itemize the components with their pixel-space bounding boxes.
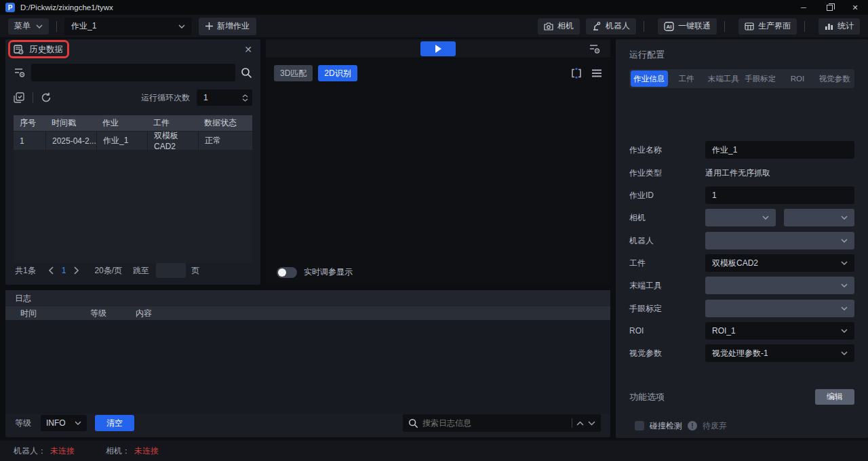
deprecated-note: 待废弃 [703, 420, 727, 432]
job-id-input[interactable] [705, 186, 854, 204]
roi-select[interactable]: ROI_1 [705, 322, 854, 340]
menu-dropdown-button[interactable]: 菜单 [8, 18, 49, 35]
cell-workpiece: 双模板CAD2 [147, 132, 198, 150]
edit-button[interactable]: 编辑 [815, 389, 854, 405]
chevron-down-icon [36, 24, 43, 28]
next-page-icon[interactable] [74, 266, 79, 275]
add-job-label: 新增作业 [217, 20, 250, 32]
one-key-connect-button[interactable]: AI 一键联通 [658, 18, 717, 35]
warning-icon[interactable]: ! [688, 421, 697, 430]
job-select[interactable]: 作业_1 [64, 18, 192, 35]
divider [56, 21, 57, 32]
robot-status-label: 机器人： [14, 445, 46, 457]
robot-select[interactable] [705, 232, 854, 249]
workpiece-label: 工件 [629, 258, 705, 269]
production-ui-button[interactable]: 生产界面 [738, 18, 797, 35]
history-table-header: 序号 时间戳 作业 工件 数据状态 [14, 115, 252, 131]
history-search-input[interactable] [31, 64, 235, 81]
close-icon[interactable]: ✕ [244, 44, 252, 55]
step-down-icon[interactable] [242, 98, 248, 102]
camera-status-value: 未连接 [134, 445, 159, 457]
log-col-time: 时间 [5, 308, 90, 319]
job-select-value: 作业_1 [71, 20, 96, 32]
search-icon[interactable] [241, 67, 252, 79]
col-header-timestamp: 时间戳 [45, 115, 96, 131]
step-up-icon[interactable] [242, 94, 248, 98]
tab-hand-eye-calibration[interactable]: 手眼标定 [742, 71, 779, 87]
function-options-title: 功能选项 [629, 391, 665, 403]
workpiece-select[interactable]: 双模板CAD2 [705, 254, 854, 272]
current-page[interactable]: 1 [62, 266, 66, 275]
collision-check-1-checkbox[interactable] [635, 421, 644, 430]
run-button[interactable] [420, 41, 456, 56]
history-data-icon [14, 45, 24, 54]
total-count: 共1条 [15, 265, 36, 277]
log-level-select[interactable]: INFO [41, 415, 87, 431]
viewport-panel: 3D匹配 2D识别 实时调参显示 [266, 39, 610, 285]
filter-settings-icon[interactable] [589, 43, 601, 54]
split-view-icon[interactable] [571, 68, 582, 79]
hand-eye-select[interactable] [705, 300, 854, 317]
refresh-icon[interactable] [41, 92, 52, 103]
tab-workpiece[interactable]: 工件 [668, 71, 705, 87]
app-logo-icon: P [5, 3, 15, 12]
statistics-button[interactable]: 统计 [818, 18, 860, 35]
status-bar: 机器人： 未连接 相机： 未连接 [0, 441, 868, 461]
chevron-down-icon [841, 283, 848, 287]
menu-label: 菜单 [14, 20, 31, 32]
minimize-button[interactable]: ─ [791, 0, 816, 15]
chevron-down-icon [762, 216, 769, 220]
vision-params-select[interactable]: 视觉处理参数-1 [705, 344, 854, 362]
jump-label: 跳至 [133, 265, 149, 277]
log-search-box[interactable] [403, 414, 601, 432]
tab-roi[interactable]: ROI [779, 71, 816, 87]
chevron-down-icon [841, 216, 848, 220]
one-key-connect-label: 一键联通 [678, 20, 711, 32]
prev-page-icon[interactable] [48, 266, 54, 275]
robot-icon [592, 22, 601, 31]
cell-timestamp: 2025-04-2... [45, 132, 96, 150]
robot-label: 机器人 [629, 235, 705, 247]
loop-count-input[interactable] [197, 93, 231, 102]
log-search-input[interactable] [422, 418, 568, 428]
search-next-icon[interactable] [588, 421, 595, 426]
camera-select-2[interactable] [784, 209, 854, 226]
close-button[interactable]: ✕ [842, 0, 868, 15]
log-panel-title: 日志 [5, 290, 610, 306]
loop-count-stepper[interactable] [197, 89, 252, 106]
add-job-button[interactable]: 新增作业 [199, 18, 256, 35]
job-name-input[interactable] [705, 141, 854, 159]
play-icon [435, 45, 441, 53]
svg-text:AI: AI [667, 24, 672, 30]
job-type-value: 通用工件无序抓取 [705, 167, 770, 179]
mode-2d-recognition-button[interactable]: 2D识别 [318, 65, 357, 81]
clear-log-button[interactable]: 清空 [95, 415, 134, 431]
filter-settings-icon[interactable] [14, 67, 26, 78]
chevron-down-icon [841, 351, 848, 355]
tab-end-tool[interactable]: 末端工具 [705, 71, 742, 87]
menu-lines-icon[interactable] [591, 69, 602, 77]
end-tool-select[interactable] [705, 277, 854, 294]
per-page-label: 20条/页 [94, 265, 122, 277]
search-prev-icon[interactable] [576, 421, 584, 426]
tab-vision-params[interactable]: 视觉参数 [816, 71, 853, 87]
mode-3d-match-button[interactable]: 3D匹配 [274, 65, 313, 81]
table-row[interactable]: 1 2025-04-2... 作业_1 双模板CAD2 正常 [14, 132, 252, 150]
col-header-workpiece: 工件 [147, 115, 198, 131]
history-table: 序号 时间戳 作业 工件 数据状态 1 2025-04-2... 作业_1 双模… [14, 115, 252, 263]
log-panel: 日志 时间 等级 内容 等级 INFO 清空 [5, 290, 610, 437]
divider [804, 21, 805, 32]
camera-icon [544, 22, 553, 31]
camera-select-1[interactable] [705, 209, 776, 226]
realtime-param-label: 实时调参显示 [304, 266, 353, 278]
restore-button[interactable] [816, 0, 842, 15]
realtime-param-toggle[interactable] [277, 267, 297, 278]
robot-button[interactable]: 机器人 [586, 18, 636, 35]
production-ui-label: 生产界面 [758, 20, 791, 32]
batch-select-icon[interactable] [14, 92, 25, 103]
tab-job-info[interactable]: 作业信息 [631, 71, 668, 87]
log-col-level: 等级 [90, 308, 136, 319]
jump-page-input[interactable] [156, 263, 186, 278]
camera-button[interactable]: 相机 [538, 18, 580, 35]
chevron-down-icon [75, 421, 81, 425]
